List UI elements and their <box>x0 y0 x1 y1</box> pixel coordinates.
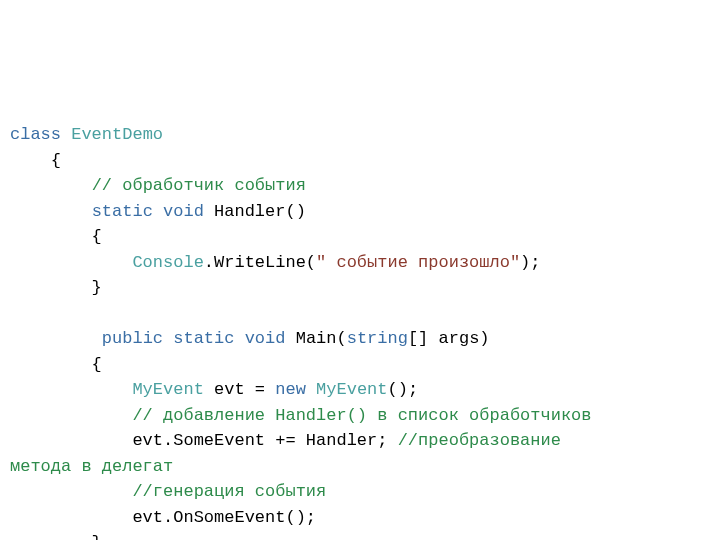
line-6: Console.WriteLine(" событие произошло"); <box>10 253 541 272</box>
indent <box>10 482 132 501</box>
line-2: { <box>10 151 61 170</box>
line-13: evt.SomeEvent += Handler; //преобразован… <box>10 431 561 450</box>
indent <box>10 329 102 348</box>
line-15: //генерация события <box>10 482 326 501</box>
stmt-onsomeevent: evt.OnSomeEvent(); <box>132 508 316 527</box>
indent <box>10 202 92 221</box>
brace-close: } <box>10 278 102 297</box>
line-7: } <box>10 278 102 297</box>
comment-delegate-wrap: метода в делегат <box>10 457 173 476</box>
method-handler: Handler() <box>204 202 306 221</box>
args: [] args) <box>408 329 490 348</box>
keyword-static: static <box>92 202 153 221</box>
keyword-new: new <box>275 380 306 399</box>
line-10: { <box>10 355 102 374</box>
indent <box>10 176 92 195</box>
keyword-public: public <box>102 329 163 348</box>
space <box>306 380 316 399</box>
ctor-close: (); <box>388 380 419 399</box>
type-myevent-ctor: MyEvent <box>316 380 387 399</box>
brace-close: } <box>10 533 102 540</box>
keyword-string: string <box>347 329 408 348</box>
comment-handler: // обработчик события <box>92 176 306 195</box>
line-14: метода в делегат <box>10 457 173 476</box>
line-12: // добавление Handler() в список обработ… <box>10 406 592 425</box>
line-1: class EventDemo <box>10 125 163 144</box>
line-11: MyEvent evt = new MyEvent(); <box>10 380 418 399</box>
keyword-void: void <box>245 329 286 348</box>
comment-generate: //генерация события <box>132 482 326 501</box>
close-paren: ); <box>520 253 540 272</box>
line-3: // обработчик события <box>10 176 306 195</box>
keyword-class: class <box>10 125 61 144</box>
evt-decl: evt = <box>204 380 275 399</box>
stmt-subscribe: evt.SomeEvent += Handler; <box>132 431 397 450</box>
keyword-static: static <box>173 329 234 348</box>
indent <box>10 253 132 272</box>
indent <box>10 406 132 425</box>
code-block: class EventDemo { // обработчик события … <box>10 122 710 540</box>
comment-convert: //преобразование <box>398 431 561 450</box>
indent <box>10 380 132 399</box>
call-writeline: .WriteLine( <box>204 253 316 272</box>
keyword-void: void <box>163 202 204 221</box>
string-literal: " событие произошло" <box>316 253 520 272</box>
line-9: public static void Main(string[] args) <box>10 329 490 348</box>
method-main: Main( <box>285 329 346 348</box>
brace-open: { <box>10 355 102 374</box>
line-17: } <box>10 533 102 540</box>
comment-add-handler: // добавление Handler() в список обработ… <box>132 406 591 425</box>
indent <box>10 431 132 450</box>
brace-open: { <box>10 151 61 170</box>
indent <box>10 508 132 527</box>
type-console: Console <box>132 253 203 272</box>
line-16: evt.OnSomeEvent(); <box>10 508 316 527</box>
type-myevent: MyEvent <box>132 380 203 399</box>
line-5: { <box>10 227 102 246</box>
brace-open: { <box>10 227 102 246</box>
line-4: static void Handler() <box>10 202 306 221</box>
type-eventdemo: EventDemo <box>71 125 163 144</box>
